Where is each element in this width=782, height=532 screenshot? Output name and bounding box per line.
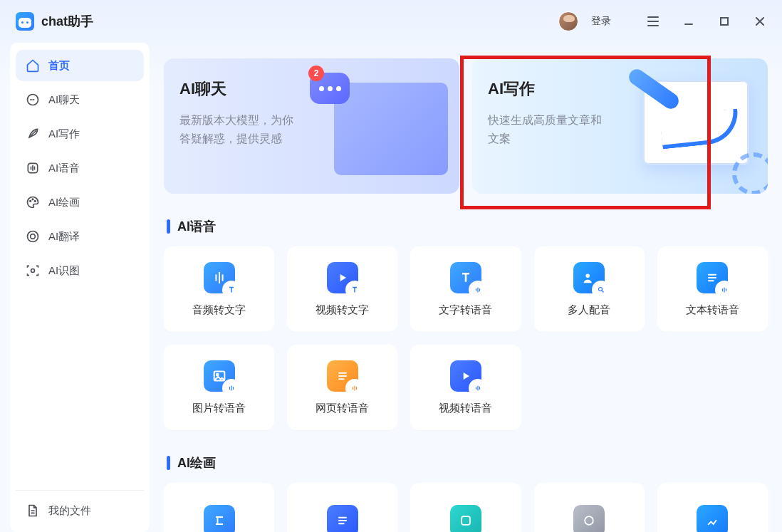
sidebar-item-label: AI语音 <box>48 162 80 175</box>
section-bar-icon <box>167 219 170 234</box>
minimize-icon[interactable] <box>677 11 701 32</box>
sidebar-item-chat[interactable]: AI聊天 <box>16 84 144 115</box>
draw-item-icon <box>450 505 481 532</box>
card-label: 文字转语音 <box>439 303 492 317</box>
hero-title: AI聊天 <box>179 78 444 100</box>
image-to-speech-icon <box>204 360 235 392</box>
hero-row: AI聊天 最新版本大模型，为你答疑解惑，提供灵感 2 AI写作 快速生成高质量文… <box>164 58 768 194</box>
card-video-to-text[interactable]: 视频转文字 <box>287 246 397 332</box>
home-icon <box>26 58 40 73</box>
body: 首页 AI聊天 AI写作 <box>0 43 782 532</box>
svg-point-12 <box>216 373 218 375</box>
card-image-to-speech[interactable]: 图片转语音 <box>164 345 274 430</box>
hero-title: AI写作 <box>488 78 752 100</box>
card-audio-to-text[interactable]: 音频转文字 <box>164 246 274 332</box>
hero-desc: 最新版本大模型，为你答疑解惑，提供灵感 <box>179 111 304 149</box>
login-button[interactable]: 登录 <box>591 15 611 28</box>
section-bar-icon <box>167 456 170 470</box>
svg-rect-0 <box>721 18 728 25</box>
sidebar-item-files[interactable]: 我的文件 <box>16 490 144 526</box>
window: chat助手 登录 首页 <box>0 0 782 532</box>
hero-desc: 快速生成高质量文章和文案 <box>488 111 612 149</box>
svg-point-10 <box>599 287 603 291</box>
sidebar-item-label: AI识图 <box>48 264 80 278</box>
card-text-to-speech[interactable]: 文字转语音 <box>410 246 521 332</box>
avatar[interactable] <box>558 11 578 31</box>
card-web-to-speech[interactable]: 网页转语音 <box>287 345 397 430</box>
file-icon <box>26 504 40 518</box>
sidebar: 首页 AI聊天 AI写作 <box>10 43 150 532</box>
card-multi-voiceover[interactable]: 多人配音 <box>534 246 645 332</box>
card-draw-item[interactable] <box>287 483 397 532</box>
main: AI聊天 最新版本大模型，为你答疑解惑，提供灵感 2 AI写作 快速生成高质量文… <box>160 43 782 532</box>
svg-point-14 <box>585 516 593 525</box>
card-label: 文本转语音 <box>686 303 739 317</box>
translate-icon <box>26 229 40 244</box>
vision-icon <box>26 264 40 278</box>
voice-card-grid: 音频转文字 视频转文字 文字转语音 <box>164 246 768 430</box>
hamburger-menu-icon[interactable] <box>641 11 665 32</box>
svg-point-3 <box>30 201 31 202</box>
wave-badge-icon <box>347 380 363 396</box>
card-label: 网页转语音 <box>316 402 369 415</box>
titlebar: chat助手 登录 <box>0 0 782 43</box>
voice-icon <box>26 161 40 175</box>
text-to-speech-icon <box>450 262 481 293</box>
card-draw-item[interactable] <box>164 483 274 532</box>
sidebar-item-voice[interactable]: AI语音 <box>16 152 144 184</box>
draw-item-icon <box>697 505 728 532</box>
sidebar-item-translate[interactable]: AI翻译 <box>16 221 144 252</box>
draw-item-icon <box>327 505 358 532</box>
svg-point-4 <box>32 199 33 200</box>
nav: 首页 AI聊天 AI写作 <box>16 50 144 286</box>
text-badge-icon <box>347 282 363 298</box>
hero-card-chat[interactable]: AI聊天 最新版本大模型，为你答疑解惑，提供灵感 2 <box>164 58 459 194</box>
svg-point-8 <box>31 269 35 273</box>
chat-icon <box>26 93 40 107</box>
maximize-icon[interactable] <box>712 11 736 32</box>
svg-point-6 <box>28 231 38 242</box>
section-title: AI绘画 <box>177 454 216 471</box>
sidebar-item-label: 首页 <box>48 59 70 73</box>
card-video-to-speech[interactable]: 视频转语音 <box>410 345 521 430</box>
sidebar-item-home[interactable]: 首页 <box>16 50 144 81</box>
sidebar-item-label: AI翻译 <box>48 230 80 244</box>
multi-voiceover-icon <box>573 262 605 293</box>
video-to-speech-icon <box>450 360 481 392</box>
sidebar-item-vision[interactable]: AI识图 <box>16 255 144 286</box>
sidebar-item-write[interactable]: AI写作 <box>16 118 144 150</box>
wave-badge-icon <box>716 282 732 298</box>
card-label: 图片转语音 <box>192 402 246 415</box>
card-label: 音频转文字 <box>192 303 246 317</box>
doc-to-speech-icon <box>697 262 728 293</box>
card-draw-item[interactable] <box>410 483 521 532</box>
card-label: 多人配音 <box>568 303 610 317</box>
sidebar-item-draw[interactable]: AI绘画 <box>16 187 144 218</box>
draw-item-icon <box>573 505 605 532</box>
draw-item-icon <box>204 505 235 532</box>
sidebar-item-label: 我的文件 <box>48 504 91 518</box>
card-label: 视频转文字 <box>316 303 369 317</box>
svg-point-7 <box>31 234 36 239</box>
svg-point-9 <box>586 273 590 278</box>
card-doc-to-speech[interactable]: 文本转语音 <box>657 246 768 332</box>
hero-card-write[interactable]: AI写作 快速生成高质量文章和文案 <box>472 58 768 194</box>
sidebar-item-label: AI聊天 <box>48 93 80 107</box>
draw-card-grid <box>164 483 768 532</box>
web-to-speech-icon <box>327 360 358 392</box>
audio-to-text-icon <box>204 262 235 293</box>
card-draw-item[interactable] <box>534 483 645 532</box>
section-head-draw: AI绘画 <box>167 454 768 471</box>
wave-badge-icon <box>224 380 239 396</box>
svg-point-5 <box>35 201 36 202</box>
card-draw-item[interactable] <box>657 483 768 532</box>
sidebar-item-label: AI绘画 <box>48 196 80 209</box>
app-logo-icon <box>16 12 34 31</box>
section-head-voice: AI语音 <box>167 218 768 235</box>
close-icon[interactable] <box>748 11 772 32</box>
card-label: 视频转语音 <box>439 402 492 415</box>
search-badge-icon <box>593 282 609 298</box>
feather-icon <box>26 127 40 141</box>
text-badge-icon <box>224 282 239 298</box>
section-title: AI语音 <box>177 218 216 235</box>
